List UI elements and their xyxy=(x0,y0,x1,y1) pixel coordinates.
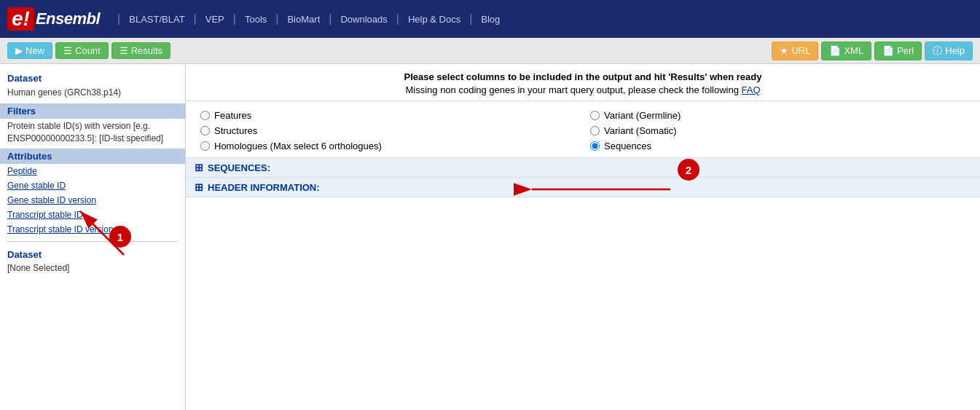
dataset2-value: [None Selected] xyxy=(0,261,185,275)
radio-variant-somatic-label[interactable]: Variant (Somatic) xyxy=(604,125,676,136)
annotation-1: 1 xyxy=(109,226,131,248)
radio-variant-somatic-input[interactable] xyxy=(590,126,600,135)
radio-variant-germline-label[interactable]: Variant (Germline) xyxy=(604,110,681,121)
content: Please select columns to be included in … xyxy=(186,64,980,410)
radio-homologues-input[interactable] xyxy=(200,141,210,151)
new-icon: ▶ xyxy=(15,45,23,56)
logo-text: Ensembl xyxy=(36,9,100,28)
nav-separator-3: | xyxy=(233,12,236,25)
help-icon: ⓘ xyxy=(933,44,942,58)
dataset2-label: Dataset xyxy=(0,246,185,261)
sidebar: Dataset Human genes (GRCh38.p14) Filters… xyxy=(0,64,186,410)
radio-sequences: Sequences xyxy=(590,141,965,151)
sequences-label: SEQUENCES: xyxy=(208,162,270,173)
xml-icon: 📄 xyxy=(829,45,841,56)
new-button[interactable]: ▶ New xyxy=(7,42,52,59)
radio-homologues-label[interactable]: Homologues (Max select 6 orthologues) xyxy=(214,141,382,151)
radio-structures-input[interactable] xyxy=(200,126,210,135)
main-layout: Dataset Human genes (GRCh38.p14) Filters… xyxy=(0,64,980,410)
nav-separator-5: | xyxy=(329,12,332,25)
header-info-label: HEADER INFORMATION: xyxy=(208,182,320,193)
radio-features-label[interactable]: Features xyxy=(214,110,251,121)
nav-help-docs[interactable]: Help & Docs xyxy=(404,11,465,28)
nav-separator-4: | xyxy=(275,12,278,25)
count-icon: ☰ xyxy=(63,45,72,56)
radio-variant-germline-input[interactable] xyxy=(590,111,600,120)
header-info-accordion-header[interactable]: ⊞ HEADER INFORMATION: xyxy=(186,178,980,197)
content-header: Please select columns to be included in … xyxy=(186,64,980,101)
radio-variant-germline: Variant (Germline) xyxy=(590,110,965,121)
radio-features-input[interactable] xyxy=(200,111,210,120)
attr-gene-stable-id[interactable]: Gene stable ID xyxy=(0,178,185,193)
header-missing: Missing non coding genes in your mart qu… xyxy=(200,84,965,95)
xml-button[interactable]: 📄 XML xyxy=(821,42,871,60)
nav-downloads[interactable]: Downloads xyxy=(336,11,391,28)
dataset-label: Dataset xyxy=(0,70,185,85)
attr-transcript-stable-id[interactable]: Transcript stable ID xyxy=(0,208,185,222)
toolbar-right: ★ URL 📄 XML 📄 Perl ⓘ Help xyxy=(772,42,973,60)
results-button[interactable]: ☰ Results xyxy=(111,42,170,59)
results-icon: ☰ xyxy=(119,45,128,56)
nav-separator-7: | xyxy=(469,12,472,25)
sidebar-divider xyxy=(7,241,178,242)
radio-sequences-label[interactable]: Sequences xyxy=(604,141,651,151)
nav-biomart[interactable]: BioMart xyxy=(283,11,324,28)
count-button[interactable]: ☰ Count xyxy=(55,42,109,59)
nav-separator-6: | xyxy=(396,12,399,25)
header-info-accordion: ⊞ HEADER INFORMATION: xyxy=(186,178,980,197)
radio-homologues: Homologues (Max select 6 orthologues) xyxy=(200,141,576,151)
nav-blast-blat[interactable]: BLAST/BLAT xyxy=(125,11,189,28)
perl-button[interactable]: 📄 Perl xyxy=(874,42,922,60)
header-info-expand-icon: ⊞ xyxy=(195,181,203,193)
navbar: e! Ensembl | BLAST/BLAT | VEP | Tools | … xyxy=(0,0,980,38)
radio-section: Features Variant (Germline) Structures V… xyxy=(186,101,980,158)
radio-sequences-input[interactable] xyxy=(590,141,600,151)
url-button[interactable]: ★ URL xyxy=(772,42,818,60)
help-button[interactable]: ⓘ Help xyxy=(925,42,973,60)
nav-separator-2: | xyxy=(194,12,197,25)
attr-transcript-stable-id-version[interactable]: Transcript stable ID version xyxy=(0,222,185,237)
filters-header[interactable]: Filters xyxy=(0,103,185,119)
radio-variant-somatic: Variant (Somatic) xyxy=(590,125,965,136)
nav-vep[interactable]: VEP xyxy=(201,11,229,28)
annotation-2: 2 xyxy=(678,159,699,181)
sequences-accordion-header[interactable]: ⊞ SEQUENCES: xyxy=(186,158,980,177)
filters-value: Protein stable ID(s) with version [e.g. … xyxy=(0,119,185,146)
nav-blog[interactable]: Blog xyxy=(477,11,504,28)
attributes-header[interactable]: Attributes xyxy=(0,149,185,164)
header-bold: Please select columns to be included in … xyxy=(200,71,965,82)
nav-separator-1: | xyxy=(117,12,120,25)
radio-features: Features xyxy=(200,110,576,121)
attr-peptide[interactable]: Peptide xyxy=(0,164,185,178)
sequences-expand-icon: ⊞ xyxy=(195,162,203,173)
sequences-accordion: ⊞ SEQUENCES: xyxy=(186,158,980,178)
logo-e-icon: e! xyxy=(7,7,34,31)
radio-structures-label[interactable]: Structures xyxy=(214,125,257,136)
attr-gene-stable-id-version[interactable]: Gene stable ID version xyxy=(0,193,185,208)
radio-structures: Structures xyxy=(200,125,576,136)
dataset-value: Human genes (GRCh38.p14) xyxy=(0,85,185,100)
perl-icon: 📄 xyxy=(882,45,894,56)
nav-tools[interactable]: Tools xyxy=(240,11,271,28)
logo[interactable]: e! Ensembl xyxy=(7,7,100,31)
toolbar: ▶ New ☰ Count ☰ Results ★ URL 📄 XML 📄 Pe… xyxy=(0,38,980,64)
faq-link[interactable]: FAQ xyxy=(742,84,761,95)
star-icon: ★ xyxy=(780,45,788,56)
